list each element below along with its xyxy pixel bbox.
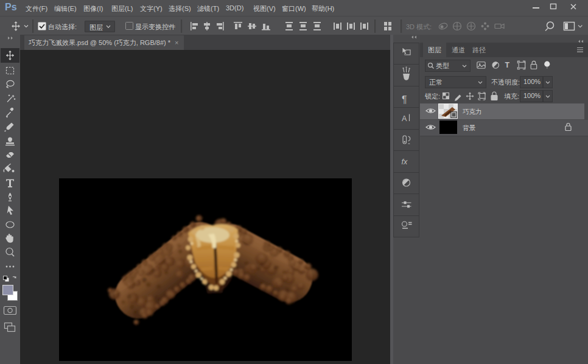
svg-text:T: T [505, 61, 509, 69]
svg-text:A: A [402, 114, 407, 123]
svg-text:¶: ¶ [402, 94, 407, 105]
svg-text:fx: fx [402, 158, 408, 166]
